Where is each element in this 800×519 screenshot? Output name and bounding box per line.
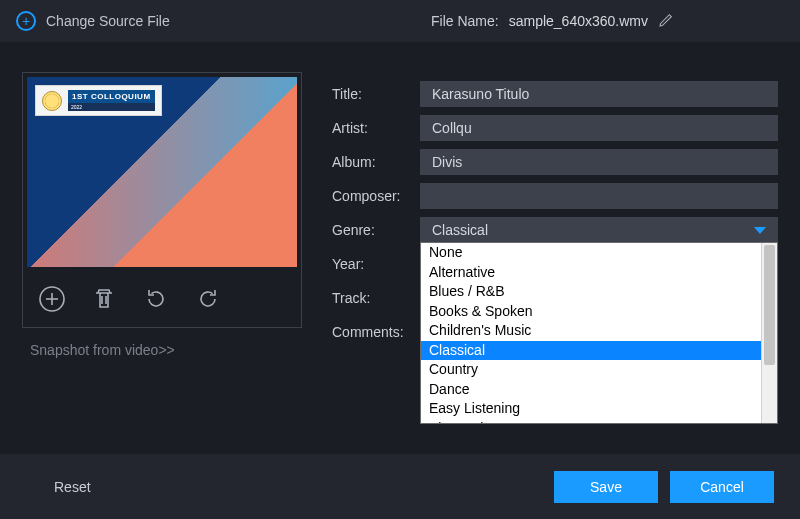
genre-selected-value: Classical <box>432 222 488 238</box>
preview-frame: 1ST COLLOQUIUM 2022 <box>22 72 302 328</box>
save-button[interactable]: Save <box>554 471 658 503</box>
field-title: Title: <box>332 78 778 110</box>
badge-title: 1ST COLLOQUIUM <box>68 90 155 103</box>
genre-select[interactable]: Classical <box>420 217 778 243</box>
artist-input[interactable] <box>420 115 778 141</box>
top-bar: + Change Source File File Name: sample_6… <box>0 0 800 42</box>
pencil-icon <box>658 12 674 28</box>
plus-circle-icon <box>37 284 67 314</box>
genre-option-list: NoneAlternativeBlues / R&BBooks & Spoken… <box>421 243 761 423</box>
change-source-label: Change Source File <box>46 13 170 29</box>
snapshot-from-video-link[interactable]: Snapshot from video>> <box>22 342 302 358</box>
edit-filename-button[interactable] <box>658 12 674 31</box>
track-label: Track: <box>332 290 420 306</box>
genre-option[interactable]: Children's Music <box>421 321 761 341</box>
rotate-left-button[interactable] <box>141 284 171 314</box>
field-composer: Composer: <box>332 180 778 212</box>
plus-circle-icon: + <box>16 11 36 31</box>
filename-display: File Name: sample_640x360.wmv <box>431 12 674 31</box>
title-input[interactable] <box>420 81 778 107</box>
dropdown-scrollbar[interactable] <box>761 243 777 423</box>
genre-dropdown: NoneAlternativeBlues / R&BBooks & Spoken… <box>420 242 778 424</box>
field-artist: Artist: <box>332 112 778 144</box>
thumbnail-badge: 1ST COLLOQUIUM 2022 <box>35 85 162 116</box>
genre-option[interactable]: Blues / R&B <box>421 282 761 302</box>
thumbnail-toolbar <box>23 271 301 327</box>
reset-button[interactable]: Reset <box>54 479 91 495</box>
artist-label: Artist: <box>332 120 420 136</box>
seal-icon <box>42 91 62 111</box>
album-label: Album: <box>332 154 420 170</box>
genre-option[interactable]: Books & Spoken <box>421 302 761 322</box>
trash-icon <box>89 284 119 314</box>
bottom-bar: Reset Save Cancel <box>0 454 800 519</box>
filename-value: sample_640x360.wmv <box>509 13 648 29</box>
album-input[interactable] <box>420 149 778 175</box>
redo-icon <box>193 284 223 314</box>
comments-label: Comments: <box>332 324 420 340</box>
field-album: Album: <box>332 146 778 178</box>
video-thumbnail[interactable]: 1ST COLLOQUIUM 2022 <box>27 77 297 267</box>
scrollbar-thumb[interactable] <box>764 245 775 365</box>
undo-icon <box>141 284 171 314</box>
main-content: 1ST COLLOQUIUM 2022 Sn <box>0 42 800 454</box>
chevron-down-icon <box>754 227 766 234</box>
genre-option[interactable]: Classical <box>421 341 761 361</box>
genre-label: Genre: <box>332 222 420 238</box>
title-label: Title: <box>332 86 420 102</box>
genre-option[interactable]: Country <box>421 360 761 380</box>
genre-option[interactable]: None <box>421 243 761 263</box>
genre-option[interactable]: Alternative <box>421 263 761 283</box>
rotate-right-button[interactable] <box>193 284 223 314</box>
genre-option[interactable]: Easy Listening <box>421 399 761 419</box>
left-panel: 1ST COLLOQUIUM 2022 Sn <box>22 72 302 454</box>
change-source-button[interactable]: + Change Source File <box>16 11 170 31</box>
add-button[interactable] <box>37 284 67 314</box>
delete-button[interactable] <box>89 284 119 314</box>
metadata-form: Title: Artist: Album: Composer: Genre: C… <box>332 72 778 454</box>
composer-label: Composer: <box>332 188 420 204</box>
genre-option[interactable]: Electronic <box>421 419 761 424</box>
year-label: Year: <box>332 256 420 272</box>
genre-option[interactable]: Dance <box>421 380 761 400</box>
cancel-button[interactable]: Cancel <box>670 471 774 503</box>
composer-input[interactable] <box>420 183 778 209</box>
badge-year: 2022 <box>68 103 155 111</box>
filename-label: File Name: <box>431 13 499 29</box>
